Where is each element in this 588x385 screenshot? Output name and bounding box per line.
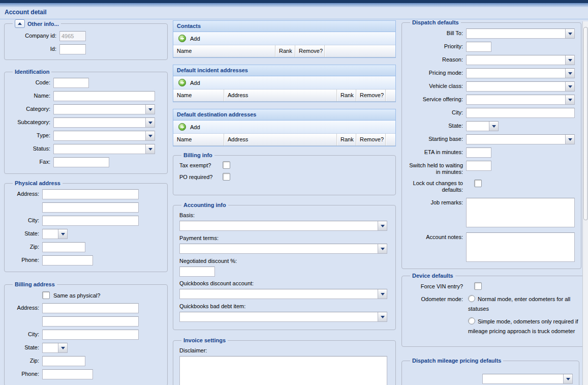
priority-label: Priority: [408,42,466,50]
fieldset-legend: Billing info [183,152,212,158]
dispatch-city-field[interactable] [466,108,575,118]
tax-exempt-checkbox[interactable] [223,161,230,169]
dispatch-mileage-fieldset: Dispatch mileage pricing defaults [401,358,579,385]
column-header-address[interactable]: Address [224,134,337,145]
odometer-simple-option[interactable]: Simple mode, odometers only required if … [468,317,579,336]
address-label: Address: [11,303,42,311]
odometer-simple-label: Simple mode, odometers only required if … [468,318,578,334]
column-header-remove[interactable]: Remove? [295,45,325,57]
billing-state-select[interactable] [42,343,68,353]
status-label: Status: [11,144,53,152]
left-column: Other info... Company id: Id: Identifica… [4,19,168,385]
disclaimer-label: Disclaimer: [179,347,389,353]
service-offering-label: Service offering: [408,95,466,103]
fax-field[interactable] [53,157,109,167]
billing-address2-field[interactable] [42,316,139,327]
qb-bad-debt-select[interactable] [179,312,387,322]
payment-terms-select[interactable] [179,244,387,254]
lock-out-checkbox[interactable] [474,180,482,187]
fieldset-legend: Accounting info [183,202,226,208]
switch-held-field[interactable] [466,161,491,171]
column-header-remove[interactable]: Remove? [356,90,386,101]
odometer-normal-option[interactable]: Normal mode, enter odometers for all sta… [468,294,579,314]
incident-column-headers: Name Address Rank Remove? [173,90,395,102]
disclaimer-field[interactable] [179,356,387,385]
contacts-panel: Contacts Add Name Rank Remove? [173,20,396,58]
chevron-down-icon [378,244,387,253]
physical-address2-field[interactable] [42,202,139,213]
column-header-name[interactable]: Name [173,134,224,145]
service-offering-select[interactable] [466,95,575,105]
column-header-rank[interactable]: Rank [337,134,356,145]
type-select[interactable] [53,131,155,141]
add-icon [178,79,186,86]
negotiated-discount-field[interactable] [179,266,215,277]
incident-addresses-panel: Default incident addresses Add Name Addr… [173,65,396,102]
mileage-pricing-select[interactable] [482,374,573,384]
column-header-filler [386,134,395,145]
add-incident-address-button[interactable]: Add [176,78,202,87]
physical-address1-field[interactable] [42,189,139,199]
chevron-down-icon [145,105,154,114]
bill-to-label: Bill To: [408,28,466,37]
vehicle-class-select[interactable] [466,81,575,92]
name-field[interactable] [53,91,155,101]
chevron-down-icon [563,374,572,383]
collapse-toggle-button[interactable] [15,19,25,28]
subcategory-label: Subcategory: [11,117,53,126]
accounting-info-fieldset: Accounting info Basis: Payment terms: Ne… [173,202,396,330]
billing-address1-field[interactable] [42,303,139,313]
column-header-rank[interactable]: Rank [275,45,295,57]
add-destination-address-button[interactable]: Add [176,122,202,132]
negotiated-discount-label: Negotiated discount %: [179,258,389,264]
chevron-down-icon [565,95,574,104]
column-header-filler [386,90,395,101]
billing-zip-field[interactable] [42,356,85,366]
column-header-rank[interactable]: Rank [337,90,356,101]
add-contact-button[interactable]: Add [176,34,202,43]
pricing-mode-select[interactable] [466,68,575,78]
column-header-name[interactable]: Name [173,45,275,57]
job-remarks-field[interactable] [466,198,575,227]
account-notes-field[interactable] [466,232,575,262]
bill-to-select[interactable] [466,28,575,39]
column-header-address[interactable]: Address [224,90,337,101]
reason-select[interactable] [466,55,575,65]
status-select[interactable] [53,144,155,154]
priority-field[interactable] [466,42,491,52]
basis-select[interactable] [179,221,387,231]
zip-label: Zip: [11,356,42,364]
chevron-up-icon [18,22,22,25]
chevron-down-icon [565,82,574,91]
po-required-checkbox[interactable] [223,173,230,181]
physical-zip-field[interactable] [42,242,85,252]
fieldset-legend: Billing address [15,281,55,287]
physical-city-field[interactable] [42,216,139,226]
starting-base-label: Starting base: [408,134,466,142]
contacts-column-headers: Name Rank Remove? [173,45,395,57]
force-vin-checkbox[interactable] [474,282,482,290]
payment-terms-label: Payment terms: [179,235,389,241]
vertical-scrollbar[interactable] [582,21,588,385]
scrollbar-thumb[interactable] [583,27,588,220]
physical-phone-field[interactable] [42,255,93,265]
id-field[interactable] [59,44,86,54]
billing-city-field[interactable] [42,330,139,340]
column-header-name[interactable]: Name [173,90,224,101]
same-as-physical-checkbox[interactable] [42,291,50,299]
billing-phone-field[interactable] [42,369,93,379]
starting-base-select[interactable] [466,134,575,144]
chevron-down-icon [58,343,67,352]
odometer-normal-label: Normal mode, enter odometers for all sta… [468,296,570,312]
dispatch-state-select[interactable] [466,121,499,131]
incident-toolbar: Add [173,76,395,90]
qb-discount-account-select[interactable] [179,289,387,299]
eta-minutes-field[interactable] [466,147,491,158]
code-field[interactable] [53,78,89,88]
category-select[interactable] [53,104,155,114]
billing-address-fieldset: Billing address Same as physical? Addres… [4,281,168,385]
column-header-remove[interactable]: Remove? [356,134,386,145]
device-defaults-fieldset: Device defaults Force VIN entry? Odomete… [401,273,585,347]
subcategory-select[interactable] [53,117,155,128]
physical-state-select[interactable] [42,229,68,239]
